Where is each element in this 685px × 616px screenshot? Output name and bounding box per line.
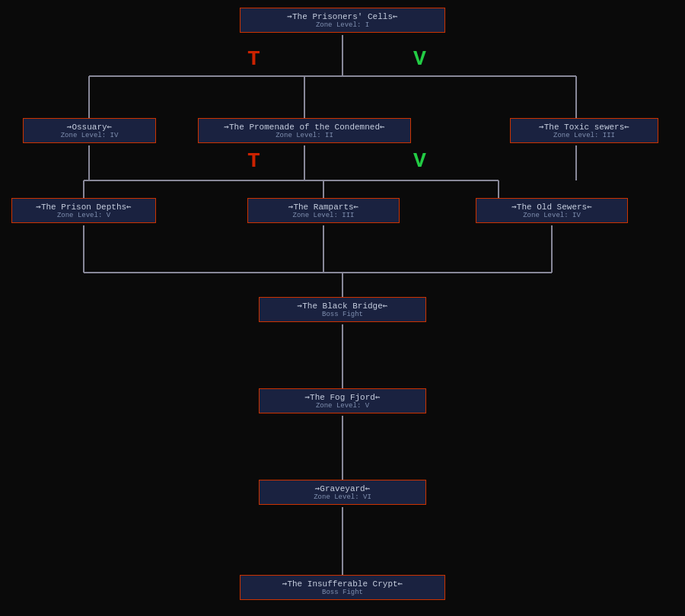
zone-level-insufferable-crypt: Boss Fight: [248, 589, 437, 596]
zone-name-ossuary: ⇝Ossuary⇜: [31, 122, 148, 132]
key-t-middle: T: [247, 149, 260, 173]
zone-name-graveyard: ⇝Graveyard⇜: [267, 484, 418, 493]
zone-old-sewers[interactable]: ⇝The Old Sewers⇜ Zone Level: IV: [476, 198, 628, 223]
zone-name-fog-fjord: ⇝The Fog Fjord⇜: [267, 392, 418, 402]
zone-level-graveyard: Zone Level: VI: [267, 493, 418, 501]
zone-name-ramparts: ⇝The Ramparts⇜: [256, 202, 391, 212]
zone-level-ossuary: Zone Level: IV: [31, 132, 148, 139]
zone-prisoners-cells[interactable]: ⇝The Prisoners' Cells⇜ Zone Level: I: [240, 8, 445, 33]
zone-level-prisoners-cells: Zone Level: I: [248, 21, 437, 29]
zone-name-black-bridge: ⇝The Black Bridge⇜: [267, 301, 418, 311]
zone-fog-fjord[interactable]: ⇝The Fog Fjord⇜ Zone Level: V: [259, 388, 426, 413]
zone-level-fog-fjord: Zone Level: V: [267, 402, 418, 410]
zone-prison-depths[interactable]: ⇝The Prison Depths⇜ Zone Level: V: [11, 198, 156, 223]
zone-level-prison-depths: Zone Level: V: [20, 212, 148, 219]
key-v-middle: V: [413, 149, 426, 173]
zone-toxic-sewers[interactable]: ⇝The Toxic sewers⇜ Zone Level: III: [510, 118, 658, 143]
zone-ossuary[interactable]: ⇝Ossuary⇜ Zone Level: IV: [23, 118, 156, 143]
zone-name-insufferable-crypt: ⇝The Insufferable Crypt⇜: [248, 579, 437, 589]
zone-level-toxic-sewers: Zone Level: III: [518, 132, 650, 139]
zone-graveyard[interactable]: ⇝Graveyard⇜ Zone Level: VI: [259, 480, 426, 505]
zone-name-prison-depths: ⇝The Prison Depths⇜: [20, 202, 148, 212]
zone-name-old-sewers: ⇝The Old Sewers⇜: [484, 202, 620, 212]
zone-level-promenade: Zone Level: II: [206, 132, 403, 139]
zone-level-ramparts: Zone Level: III: [256, 212, 391, 219]
zone-black-bridge[interactable]: ⇝The Black Bridge⇜ Boss Fight: [259, 297, 426, 322]
key-v-top: V: [413, 47, 426, 71]
zone-promenade[interactable]: ⇝The Promenade of the Condemned⇜ Zone Le…: [198, 118, 411, 143]
zone-level-black-bridge: Boss Fight: [267, 311, 418, 318]
key-t-top: T: [247, 47, 260, 71]
zone-ramparts[interactable]: ⇝The Ramparts⇜ Zone Level: III: [247, 198, 400, 223]
zone-name-promenade: ⇝The Promenade of the Condemned⇜: [206, 122, 403, 132]
zone-name-prisoners-cells: ⇝The Prisoners' Cells⇜: [248, 11, 437, 21]
zone-name-toxic-sewers: ⇝The Toxic sewers⇜: [518, 122, 650, 132]
zone-insufferable-crypt[interactable]: ⇝The Insufferable Crypt⇜ Boss Fight: [240, 575, 445, 600]
zone-level-old-sewers: Zone Level: IV: [484, 212, 620, 219]
